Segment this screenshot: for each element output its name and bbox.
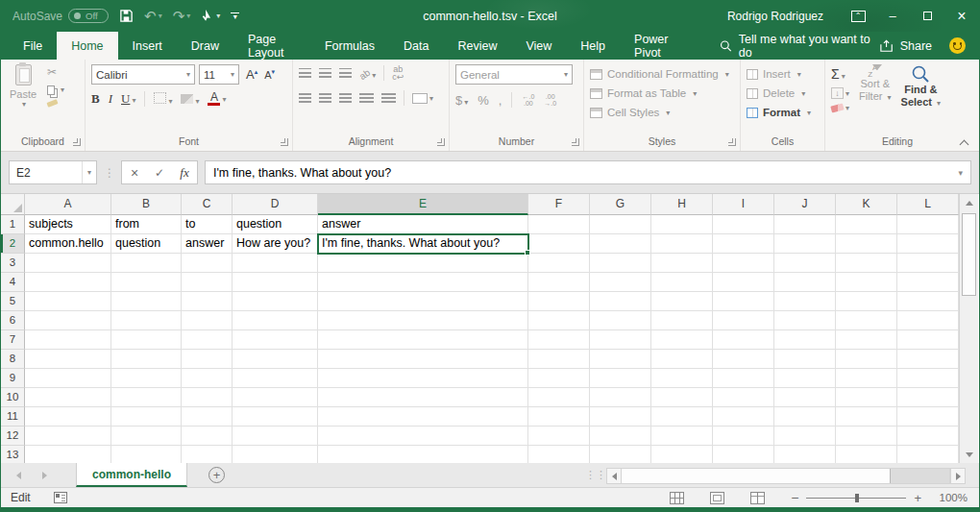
row-header-4[interactable]: 4: [1, 273, 25, 292]
font-color-button[interactable]: A▾: [208, 92, 226, 106]
cell-D8[interactable]: [233, 350, 318, 369]
zoom-in-button[interactable]: +: [914, 491, 921, 505]
cell-I13[interactable]: [713, 446, 774, 463]
tab-home[interactable]: Home: [57, 32, 117, 60]
cell-I1[interactable]: [713, 215, 774, 234]
increase-indent-icon[interactable]: [381, 93, 396, 103]
next-sheet-button[interactable]: [42, 472, 47, 479]
cell-K4[interactable]: [836, 273, 897, 292]
zoom-level[interactable]: 100%: [935, 492, 968, 503]
cell-G13[interactable]: [590, 446, 651, 463]
cell-C1[interactable]: to: [182, 215, 233, 234]
row-header-8[interactable]: 8: [1, 350, 25, 369]
cell-B7[interactable]: [111, 330, 182, 350]
cell-D3[interactable]: [233, 254, 318, 273]
zoom-slider[interactable]: [806, 498, 906, 499]
row-header-12[interactable]: 12: [1, 427, 25, 446]
italic-button[interactable]: I: [109, 91, 112, 107]
cell-G12[interactable]: [590, 427, 651, 446]
format-painter-button[interactable]: [47, 101, 64, 106]
cell-B10[interactable]: [111, 388, 182, 407]
cell-K12[interactable]: [836, 427, 897, 446]
cell-B11[interactable]: [111, 407, 182, 427]
vertical-scrollbar[interactable]: [959, 194, 978, 463]
cell-I6[interactable]: [713, 311, 774, 330]
increase-font-size-button[interactable]: A▴: [246, 67, 257, 82]
cell-J1[interactable]: [774, 215, 836, 234]
cell-B2[interactable]: question: [111, 234, 182, 254]
column-header-D[interactable]: D: [233, 194, 318, 215]
cell-B13[interactable]: [111, 446, 182, 463]
cell-C12[interactable]: [182, 427, 233, 446]
font-name-combo[interactable]: Calibri▾: [91, 64, 195, 85]
tab-draw[interactable]: Draw: [177, 32, 233, 60]
format-as-table-button[interactable]: Format as Table▾: [590, 84, 734, 103]
cell-J13[interactable]: [774, 446, 836, 463]
cell-E13[interactable]: [318, 446, 528, 463]
horizontal-scrollbar[interactable]: [606, 468, 966, 484]
cell-E4[interactable]: [318, 273, 528, 292]
cell-A3[interactable]: [25, 254, 111, 273]
number-dialog-launcher[interactable]: [572, 138, 579, 146]
cell-C5[interactable]: [182, 292, 233, 311]
cell-F5[interactable]: [528, 292, 590, 311]
cell-F13[interactable]: [528, 446, 590, 463]
wrap-text-button[interactable]: abc↩: [392, 65, 404, 81]
column-header-A[interactable]: A: [25, 194, 111, 215]
font-size-combo[interactable]: 11▾: [199, 64, 239, 85]
cell-C6[interactable]: [182, 311, 233, 330]
cell-K5[interactable]: [836, 292, 897, 311]
scroll-left-button[interactable]: [606, 468, 622, 484]
cut-button[interactable]: ✂: [47, 66, 64, 79]
decrease-font-size-button[interactable]: A▾: [264, 68, 275, 81]
select-all-button[interactable]: [1, 194, 25, 215]
cell-J7[interactable]: [774, 330, 836, 350]
column-header-E[interactable]: E: [318, 194, 528, 215]
cell-K9[interactable]: [836, 369, 897, 388]
cell-J11[interactable]: [774, 407, 836, 427]
cell-D7[interactable]: [233, 330, 318, 350]
zoom-out-button[interactable]: −: [791, 490, 798, 505]
tab-formulas[interactable]: Formulas: [310, 32, 389, 60]
cell-L13[interactable]: [897, 446, 959, 463]
tab-bar-resize-handle[interactable]: ⋮⋮: [585, 469, 606, 481]
undo-button[interactable]: ↶▾: [144, 9, 162, 23]
cell-L1[interactable]: [897, 215, 959, 234]
cell-I4[interactable]: [713, 273, 774, 292]
cell-G3[interactable]: [590, 254, 651, 273]
cancel-button[interactable]: ×: [122, 165, 147, 181]
column-header-L[interactable]: L: [897, 194, 959, 215]
autosum-button[interactable]: Σ▾: [831, 65, 849, 83]
name-box[interactable]: E2 ▾: [9, 160, 97, 184]
scroll-right-button[interactable]: [950, 468, 966, 484]
format-cells-button[interactable]: Format▾: [747, 103, 819, 122]
cell-L8[interactable]: [897, 350, 959, 369]
clear-button[interactable]: ▾: [831, 104, 849, 112]
cell-G1[interactable]: [590, 215, 651, 234]
cell-H11[interactable]: [651, 407, 713, 427]
page-break-preview-button[interactable]: [750, 492, 765, 504]
tab-data[interactable]: Data: [389, 32, 443, 60]
sort-filter-button[interactable]: AZ Sort & Filter ▾: [859, 64, 892, 134]
cell-F9[interactable]: [528, 369, 590, 388]
cell-G2[interactable]: [590, 234, 651, 254]
cell-D10[interactable]: [233, 388, 318, 407]
enter-button[interactable]: ✓: [147, 166, 172, 180]
close-button[interactable]: ×: [944, 0, 979, 32]
fill-color-button[interactable]: ▾: [181, 92, 199, 107]
redo-button[interactable]: ↷▾: [173, 9, 191, 23]
cell-D13[interactable]: [233, 446, 318, 463]
cell-A10[interactable]: [25, 388, 111, 407]
name-box-dropdown-icon[interactable]: ▾: [87, 168, 91, 177]
cell-B5[interactable]: [111, 292, 182, 311]
cell-E9[interactable]: [318, 369, 528, 388]
cell-E1[interactable]: answer: [318, 215, 528, 234]
cell-J12[interactable]: [774, 427, 836, 446]
cell-D11[interactable]: [233, 407, 318, 427]
font-dialog-launcher[interactable]: [281, 138, 288, 146]
cell-D5[interactable]: [233, 292, 318, 311]
cell-K11[interactable]: [836, 407, 897, 427]
new-sheet-button[interactable]: +: [208, 467, 225, 483]
row-header-6[interactable]: 6: [1, 311, 25, 330]
row-header-5[interactable]: 5: [1, 292, 25, 311]
